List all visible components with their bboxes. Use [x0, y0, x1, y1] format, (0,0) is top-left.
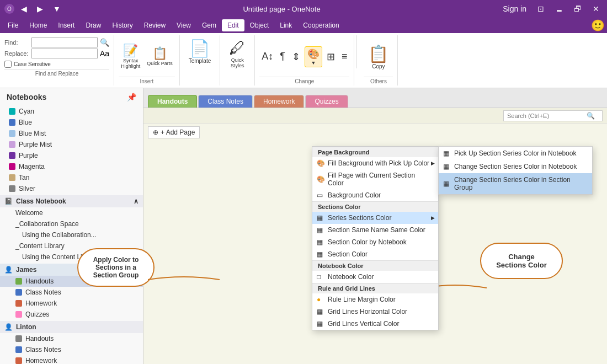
sidebar-item-purple-mist[interactable]: Purple Mist — [0, 139, 143, 150]
menu-cooperation[interactable]: Cooperation — [297, 19, 344, 31]
find-button[interactable]: 🔍 — [100, 38, 109, 47]
cyan-dot — [9, 108, 15, 115]
tab-classnotes[interactable]: Class Notes — [198, 95, 253, 108]
notebooks-header: Notebooks 📌 — [0, 88, 143, 106]
menu-bar: File Home Insert Draw History Review Vie… — [0, 18, 607, 33]
search-input[interactable] — [507, 113, 584, 119]
add-icon: ⊕ — [153, 129, 158, 136]
template-button[interactable]: 📄 Template — [184, 36, 216, 66]
search-icon[interactable]: 🔍 — [587, 112, 595, 120]
minimize-button[interactable]: 🗕 — [552, 3, 566, 14]
find-replace-group-label: Find and Replace — [4, 69, 109, 77]
menu-draw[interactable]: Draw — [80, 19, 107, 31]
magenta-dot — [9, 163, 15, 170]
pin-icon[interactable]: 📌 — [127, 93, 136, 101]
classnotes-dot — [15, 289, 22, 296]
sidebar-item-collab[interactable]: _Collaboration Space — [0, 218, 143, 229]
sidebar-item-blue-mist[interactable]: Blue Mist — [0, 128, 143, 139]
menu-gem[interactable]: Gem — [196, 19, 222, 31]
quick-styles-icon: 🖊 — [229, 39, 246, 57]
quick-parts-button[interactable]: 📋 Quick Parts — [145, 46, 175, 67]
onenote-icon: O — [4, 4, 14, 14]
spacing-button[interactable]: ⇕ — [290, 50, 302, 64]
case-sensitive-checkbox[interactable] — [4, 61, 12, 68]
sidebar-item-content-library[interactable]: _Content Library — [0, 240, 143, 251]
menu-file[interactable]: File — [2, 19, 24, 31]
james-section[interactable]: 👤 James — [0, 264, 143, 276]
menu-review[interactable]: Review — [139, 19, 171, 31]
template-icon: 📄 — [189, 39, 210, 58]
sidebar-item-blue[interactable]: Blue — [0, 117, 143, 128]
sidebar-item-purple[interactable]: Purple — [0, 150, 143, 161]
title-bar: O ◀ ▶ ▼ Untitled page - OneNote Sign in … — [0, 0, 607, 18]
sign-in-button[interactable]: Sign in — [499, 3, 530, 14]
format-button[interactable]: ⊞ — [324, 50, 337, 64]
font-size-icon: A↕ — [262, 51, 273, 62]
handouts-dot — [15, 278, 22, 285]
top-content-area: 🔍 — [143, 108, 607, 124]
sidebar-item-james-handouts[interactable]: Handouts — [0, 276, 143, 287]
color-icon: 🎨 — [307, 48, 320, 60]
linton-section[interactable]: 👤 Linton — [0, 321, 143, 333]
mode-button[interactable]: ⊡ — [534, 3, 547, 14]
back-button[interactable]: ◀ — [18, 3, 30, 14]
sidebar-item-magenta[interactable]: Magenta — [0, 161, 143, 172]
change-label: Change — [259, 77, 349, 84]
add-page-button[interactable]: ⊕ + Add Page — [148, 126, 200, 138]
close-button[interactable]: ✕ — [589, 3, 603, 14]
sidebar-item-linton-handouts[interactable]: Handouts — [0, 333, 143, 344]
quick-styles-button[interactable]: 🖊 QuickStyles — [225, 36, 250, 71]
case-sensitive-label: Case Sensitive — [14, 61, 51, 67]
sidebar-item-james-classnotes[interactable]: Class Notes — [0, 287, 143, 298]
tab-homework[interactable]: Homework — [254, 95, 304, 108]
template-label: Template — [189, 58, 211, 64]
homework-dot — [15, 300, 22, 307]
bullets-button[interactable]: ≡ — [339, 50, 350, 63]
smiley-icon: 🙂 — [591, 19, 605, 32]
sidebar-item-using-collab[interactable]: Using the Collaboration... — [0, 229, 143, 240]
menu-link[interactable]: Link — [274, 19, 297, 31]
restore-button[interactable]: 🗗 — [571, 3, 585, 14]
add-page-bar: ⊕ + Add Page — [143, 124, 607, 141]
forward-button[interactable]: ▶ — [34, 3, 46, 14]
menu-history[interactable]: History — [107, 19, 138, 31]
sidebar-item-linton-homework[interactable]: Homework — [0, 355, 143, 364]
sidebar-item-welcome[interactable]: Welcome — [0, 207, 143, 218]
find-input[interactable] — [31, 38, 98, 47]
tab-handouts[interactable]: Handouts — [148, 95, 197, 108]
format-icon: ⊞ — [327, 51, 335, 63]
window-title: Untitled page - OneNote — [64, 5, 499, 13]
replace-input[interactable] — [31, 49, 98, 58]
bullets-icon: ≡ — [342, 51, 348, 62]
sidebar-item-linton-classnotes[interactable]: Class Notes — [0, 344, 143, 355]
purple-mist-dot — [9, 141, 15, 148]
quick-styles-label: QuickStyles — [231, 57, 244, 68]
color-dropdown-button[interactable]: 🎨 ▼ — [305, 46, 322, 67]
class-notebook-section[interactable]: 📓 Class Notebook ∧ — [0, 195, 143, 207]
menu-home[interactable]: Home — [24, 19, 52, 31]
menu-view[interactable]: View — [171, 19, 196, 31]
paragraph-button[interactable]: ¶ — [278, 50, 287, 63]
copy-button[interactable]: 📋 Copy — [364, 42, 393, 72]
sidebar-item-james-homework[interactable]: Homework — [0, 298, 143, 309]
menu-edit[interactable]: Edit — [222, 19, 244, 31]
menu-insert[interactable]: Insert — [52, 19, 80, 31]
ribbon: Find: 🔍 Replace: Aa Case Sensitive Find … — [0, 33, 607, 88]
tan-dot — [9, 174, 15, 181]
sidebar-item-james-quizzes[interactable]: Quizzes — [0, 309, 143, 320]
syntax-highlight-button[interactable]: 📝 SyntaxHighlight — [119, 44, 142, 70]
sidebar-item-using-content[interactable]: Using the Content Library — [0, 251, 143, 263]
sidebar-item-silver[interactable]: Silver — [0, 183, 143, 194]
copy-icon: 📋 — [368, 44, 388, 63]
title-bar-left: O ◀ ▶ ▼ — [4, 3, 64, 14]
sidebar-item-cyan[interactable]: Cyan — [0, 106, 143, 117]
tab-quizzes[interactable]: Quizzes — [305, 95, 348, 108]
quick-access[interactable]: ▼ — [50, 3, 64, 14]
insert-group: 📝 SyntaxHighlight 📋 Quick Parts Insert — [114, 35, 180, 85]
linton-icon: 👤 — [4, 323, 13, 331]
sidebar-item-tan[interactable]: Tan — [0, 172, 143, 183]
font-size-button[interactable]: A↕ — [259, 50, 275, 63]
quick-styles-group: 🖊 QuickStyles — [220, 35, 255, 85]
find-label: Find: — [4, 39, 29, 46]
menu-object[interactable]: Object — [244, 19, 275, 31]
